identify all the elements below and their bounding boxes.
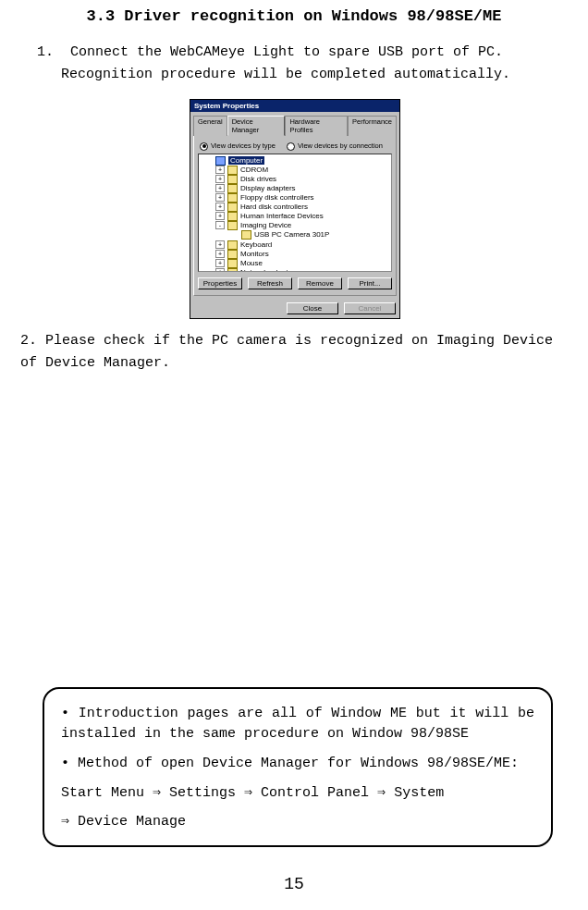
- tree-node-label: USB PC Camera 301P: [254, 231, 329, 240]
- tab-performance[interactable]: Performance: [348, 116, 397, 136]
- note-path: Start Menu ⇒ Settings ⇒ Control Panel ⇒ …: [61, 783, 534, 804]
- expand-icon[interactable]: +: [215, 259, 225, 267]
- note-bullet-2: • Method of open Device Manager for Wind…: [61, 754, 534, 774]
- tree-node-label: Imaging Device: [240, 221, 291, 229]
- device-icon: [227, 184, 238, 193]
- tree-node-label: Keyboard: [240, 240, 272, 249]
- step-1-line1: 1. Connect the WebCAMeye Light to spare …: [37, 44, 503, 60]
- device-icon: [227, 240, 238, 250]
- tree-node[interactable]: +Display adapters: [215, 184, 389, 193]
- cancel-button[interactable]: Cancel: [344, 302, 396, 314]
- expand-icon[interactable]: +: [215, 250, 225, 258]
- step-2: 2. Please check if the PC camera is reco…: [20, 330, 568, 375]
- tree-node[interactable]: +Mouse: [215, 259, 389, 268]
- device-icon: [227, 166, 238, 175]
- expand-icon[interactable]: +: [215, 240, 225, 249]
- radio-dot-icon: [287, 142, 295, 151]
- step-1: 1. Connect the WebCAMeye Light to spare …: [37, 42, 558, 86]
- tree-node[interactable]: +CDROM: [215, 166, 389, 175]
- expand-icon[interactable]: +: [215, 212, 225, 220]
- tree-node-label: Human Interface Devices: [240, 212, 324, 220]
- device-icon: [227, 175, 238, 184]
- device-icon: [227, 259, 238, 268]
- expand-icon[interactable]: +: [215, 175, 225, 183]
- section-heading: 3.3 Driver recognition on Windows 98/98S…: [20, 7, 568, 25]
- properties-button[interactable]: Properties: [198, 277, 242, 289]
- tree-node-label: CDROM: [240, 166, 268, 174]
- tree-node-label: Floppy disk controllers: [240, 193, 314, 202]
- device-icon: [227, 212, 238, 221]
- note-box: • Introduction pages are all of Window M…: [43, 687, 553, 847]
- tab-general[interactable]: General: [193, 116, 227, 136]
- expand-icon[interactable]: -: [215, 221, 225, 229]
- radio-by-type[interactable]: View devices by type: [200, 141, 276, 151]
- device-icon: [215, 156, 226, 166]
- tree-node-label: Hard disk controllers: [240, 203, 308, 211]
- tree-node[interactable]: Computer: [204, 156, 389, 166]
- expand-icon[interactable]: +: [215, 193, 225, 202]
- close-row: Close Cancel: [190, 299, 399, 318]
- tree-node-label: Monitors: [240, 250, 269, 258]
- device-manager-screenshot: System Properties General Device Manager…: [190, 99, 398, 319]
- page-number: 15: [0, 875, 588, 893]
- device-icon: [241, 230, 251, 240]
- device-icon: [227, 250, 238, 259]
- print-button[interactable]: Print...: [348, 277, 392, 289]
- radio-dot-icon: [200, 142, 208, 151]
- step-2-line2: of Device Manager.: [20, 352, 568, 375]
- step-1-line2: Recognition procedure will be completed …: [61, 64, 558, 86]
- device-icon: [227, 203, 238, 212]
- expand-icon[interactable]: +: [215, 166, 225, 174]
- tree-node[interactable]: +Human Interface Devices: [215, 212, 389, 221]
- tree-node-label: Computer: [228, 156, 264, 165]
- step-2-line1: 2. Please check if the PC camera is reco…: [20, 333, 553, 349]
- tree-node[interactable]: +Floppy disk controllers: [215, 193, 389, 203]
- close-button[interactable]: Close: [287, 302, 338, 314]
- tree-node[interactable]: +Monitors: [215, 250, 389, 259]
- tab-device-manager[interactable]: Device Manager: [227, 116, 286, 136]
- action-button-row: Properties Refresh Remove Print...: [198, 272, 392, 291]
- refresh-button[interactable]: Refresh: [248, 277, 292, 289]
- view-radios: View devices by type View devices by con…: [198, 140, 392, 154]
- device-icon: [227, 193, 238, 203]
- tree-node[interactable]: +Disk drives: [215, 175, 389, 184]
- tree-node-label: Mouse: [240, 259, 263, 267]
- dialog-tabs: General Device Manager Hardware Profiles…: [190, 112, 399, 135]
- tree-node[interactable]: +Keyboard: [215, 240, 389, 250]
- radio-by-connection-label: View devices by connection: [298, 141, 383, 150]
- radio-by-connection[interactable]: View devices by connection: [287, 141, 383, 151]
- note-path-2: ⇒ Device Manage: [61, 812, 534, 832]
- device-tree[interactable]: Computer+CDROM+Disk drives+Display adapt…: [198, 154, 392, 272]
- radio-by-type-label: View devices by type: [211, 141, 276, 150]
- tree-node[interactable]: USB PC Camera 301P: [230, 230, 389, 240]
- note-bullet-1: • Introduction pages are all of Window M…: [61, 704, 534, 744]
- tree-node[interactable]: -Imaging Device: [215, 221, 389, 230]
- tab-hardware-profiles[interactable]: Hardware Profiles: [285, 116, 348, 136]
- device-icon: [227, 221, 238, 230]
- tree-node-label: Display adapters: [240, 184, 296, 192]
- expand-icon[interactable]: +: [215, 184, 225, 192]
- tree-node[interactable]: +Hard disk controllers: [215, 203, 389, 212]
- tree-node-label: Disk drives: [240, 175, 276, 183]
- dialog-titlebar: System Properties: [190, 100, 399, 112]
- expand-icon[interactable]: +: [215, 203, 225, 211]
- remove-button[interactable]: Remove: [298, 277, 342, 289]
